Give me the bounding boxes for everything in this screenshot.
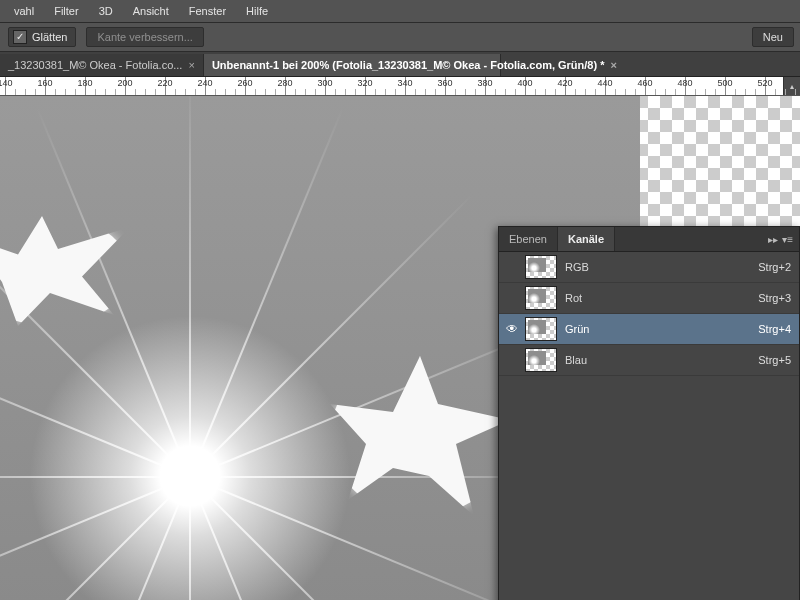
- menu-bar: vahl Filter 3D Ansicht Fenster Hilfe: [0, 0, 800, 23]
- menu-item[interactable]: Hilfe: [236, 0, 278, 22]
- menu-item[interactable]: Filter: [44, 0, 88, 22]
- menu-item[interactable]: Fenster: [179, 0, 236, 22]
- tab-layers[interactable]: Ebenen: [499, 227, 558, 251]
- tab-channels[interactable]: Kanäle: [558, 227, 615, 251]
- channel-thumbnail: [525, 317, 557, 341]
- ruler-tick-label: 460: [637, 78, 652, 88]
- ruler-tick-label: 440: [597, 78, 612, 88]
- check-icon: ✓: [13, 30, 27, 44]
- horizontal-ruler: ▴ 14016018020022024026028030032034036038…: [0, 77, 800, 96]
- new-button[interactable]: Neu: [752, 27, 794, 47]
- channel-row[interactable]: RGBStrg+2: [499, 252, 799, 283]
- ruler-tick-label: 180: [77, 78, 92, 88]
- anti-alias-checkbox[interactable]: ✓ Glätten: [8, 27, 76, 47]
- channel-thumbnail: [525, 255, 557, 279]
- ruler-tick-label: 260: [237, 78, 252, 88]
- menu-item[interactable]: vahl: [4, 0, 44, 22]
- document-tab-bar: _13230381_M© Okea - Fotolia.co... × Unbe…: [0, 52, 800, 77]
- menu-item[interactable]: Ansicht: [123, 0, 179, 22]
- channel-name: RGB: [565, 261, 589, 273]
- panel-tab-bar: Ebenen Kanäle ▸▸ ▾≡: [499, 227, 799, 252]
- refine-edge-button[interactable]: Kante verbessern...: [86, 27, 203, 47]
- ruler-tick-label: 140: [0, 78, 13, 88]
- channel-shortcut: Strg+3: [758, 292, 791, 304]
- close-icon[interactable]: ×: [188, 59, 194, 71]
- canvas[interactable]: Ebenen Kanäle ▸▸ ▾≡ RGBStrg+2RotStrg+3👁G…: [0, 96, 800, 600]
- ruler-tick-label: 340: [397, 78, 412, 88]
- ruler-tick-label: 520: [757, 78, 772, 88]
- close-icon[interactable]: ×: [610, 59, 616, 71]
- ruler-tick-label: 420: [557, 78, 572, 88]
- channel-shortcut: Strg+2: [758, 261, 791, 273]
- channel-shortcut: Strg+5: [758, 354, 791, 366]
- channel-thumbnail: [525, 348, 557, 372]
- document-tab-active[interactable]: Unbenannt-1 bei 200% (Fotolia_13230381_M…: [204, 54, 501, 76]
- channel-row[interactable]: 👁GrünStrg+4: [499, 314, 799, 345]
- channel-name: Blau: [565, 354, 587, 366]
- options-bar: ✓ Glätten Kante verbessern... Neu: [0, 23, 800, 52]
- ruler-tick-label: 500: [717, 78, 732, 88]
- panel-menu-icon[interactable]: ▾≡: [782, 234, 793, 245]
- menu-item[interactable]: 3D: [89, 0, 123, 22]
- channel-name: Grün: [565, 323, 589, 335]
- ruler-tick-label: 320: [357, 78, 372, 88]
- channel-thumbnail: [525, 286, 557, 310]
- document-tab-label: Unbenannt-1 bei 200% (Fotolia_13230381_M…: [212, 59, 605, 71]
- channel-shortcut: Strg+4: [758, 323, 791, 335]
- document-tab-label: _13230381_M© Okea - Fotolia.co...: [8, 59, 182, 71]
- anti-alias-label: Glätten: [32, 31, 67, 43]
- ruler-tick-label: 400: [517, 78, 532, 88]
- channel-list: RGBStrg+2RotStrg+3👁GrünStrg+4BlauStrg+5: [499, 252, 799, 376]
- ruler-tick-label: 360: [437, 78, 452, 88]
- channel-row[interactable]: BlauStrg+5: [499, 345, 799, 376]
- ruler-tick-label: 200: [117, 78, 132, 88]
- channel-name: Rot: [565, 292, 582, 304]
- ruler-tick-label: 280: [277, 78, 292, 88]
- channels-panel: Ebenen Kanäle ▸▸ ▾≡ RGBStrg+2RotStrg+3👁G…: [498, 226, 800, 600]
- collapse-icon[interactable]: ▸▸: [768, 234, 778, 245]
- ruler-tick-label: 160: [37, 78, 52, 88]
- visibility-eye-icon[interactable]: 👁: [503, 322, 521, 336]
- ruler-tick-label: 220: [157, 78, 172, 88]
- panel-empty-area: [499, 376, 799, 600]
- ruler-tick-label: 380: [477, 78, 492, 88]
- document-tab[interactable]: _13230381_M© Okea - Fotolia.co... ×: [0, 54, 204, 76]
- ruler-tick-label: 480: [677, 78, 692, 88]
- image-content: [330, 356, 510, 516]
- image-content: [0, 216, 130, 326]
- ruler-tick-label: 300: [317, 78, 332, 88]
- channel-row[interactable]: RotStrg+3: [499, 283, 799, 314]
- ruler-tick-label: 240: [197, 78, 212, 88]
